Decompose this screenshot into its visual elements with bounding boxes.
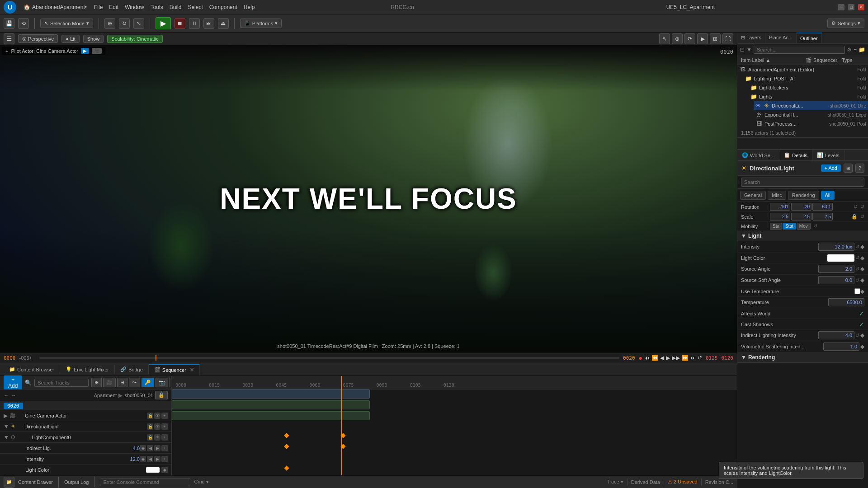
tab-outliner[interactable]: Outliner	[797, 33, 822, 43]
mobility-stationary[interactable]: Stat	[783, 223, 796, 230]
details-add-button[interactable]: + Add	[821, 164, 841, 172]
track-intensity[interactable]: Intensity 12.0 ◆ ◀ ▶ +	[0, 454, 171, 465]
tab-levels[interactable]: 📊 Levels	[812, 150, 844, 160]
use-temp-checkbox[interactable]	[854, 288, 860, 294]
lcolor-reset[interactable]: ↺	[855, 255, 859, 261]
transport-begin[interactable]: ⏮	[644, 355, 650, 361]
lit-button[interactable]: ● Lit	[61, 35, 79, 43]
timeline-thumb[interactable]	[156, 355, 156, 361]
loop-button[interactable]: ↺	[698, 355, 702, 361]
track-indirect-lig[interactable]: Indirect Lig. 4.0 ◆ ◀ ▶ +	[0, 443, 171, 454]
seq-nav-prev[interactable]: ←	[4, 392, 9, 399]
tab-bridge[interactable]: 🔗 Bridge	[115, 365, 149, 374]
mobility-movable[interactable]: Mov	[797, 223, 811, 230]
volumetric-keyframe[interactable]: ◆	[860, 343, 864, 350]
viewport-add-icon[interactable]: ⊕	[672, 33, 683, 44]
keyframe-intensity-1[interactable]	[284, 444, 289, 449]
outliner-item-project[interactable]: 🏗 AbandonedApartment (Editor) Fold	[737, 65, 868, 74]
details-help-btn[interactable]: ?	[855, 164, 864, 173]
menu-build[interactable]: Build	[170, 4, 182, 10]
seq-sort-btn[interactable]: ⊟	[117, 378, 127, 387]
src-soft-reset[interactable]: ↺	[855, 277, 859, 283]
menu-component[interactable]: Component	[209, 4, 237, 10]
tab-env-light[interactable]: 💡 Env. Light Mixer	[60, 365, 115, 374]
track-add-indirect[interactable]: +	[161, 445, 168, 451]
console-input[interactable]	[100, 478, 190, 486]
outliner-item-lightblockers[interactable]: 📁 Lightblockers Fold	[748, 83, 868, 92]
trace-btn[interactable]: Trace ▾	[607, 479, 623, 485]
scale-btn[interactable]: ⤡	[133, 18, 144, 29]
track-expand-dlight[interactable]: ▼	[4, 423, 9, 430]
mobility-reset[interactable]: ↺	[813, 223, 817, 229]
content-drawer-label[interactable]: Content Drawer	[18, 479, 53, 485]
track-key-indirect[interactable]: ◆	[140, 445, 146, 451]
minimize-button[interactable]: ─	[838, 4, 844, 10]
track-lock-camera[interactable]: 🔒	[147, 413, 153, 419]
mobility-static[interactable]: Sta	[770, 223, 782, 230]
camera-pill[interactable]: 🎥	[92, 48, 102, 54]
viewport-menu-btn[interactable]: ☰	[4, 33, 14, 44]
outliner-item-lighting[interactable]: 📁 Lighting_POST_AI Fold	[743, 74, 868, 83]
menu-window[interactable]: Window	[125, 4, 144, 10]
rotation-z[interactable]	[812, 203, 833, 211]
source-angle-input[interactable]	[818, 265, 854, 273]
scale-reset[interactable]: ↺	[860, 214, 864, 220]
track-add-camera[interactable]: +	[161, 413, 168, 419]
affects-world-checkbox[interactable]: ✓	[859, 310, 864, 317]
transport-end[interactable]: ⏭	[690, 355, 696, 361]
tab-sequencer[interactable]: 🎬 Sequencer ✕	[149, 364, 200, 375]
outliner-item-exponential[interactable]: 🌫 ExponentialH... shot0050_01 Expo	[754, 110, 868, 119]
outliner-item-lights[interactable]: 📁 Lights Fold	[748, 92, 868, 101]
det-tab-all[interactable]: All	[821, 191, 835, 200]
light-color-picker[interactable]	[827, 254, 854, 262]
src-angle-reset[interactable]: ↺	[855, 266, 859, 272]
revision-btn[interactable]: Revision C...	[705, 479, 733, 485]
seq-add-button[interactable]: + Add	[4, 375, 22, 390]
det-tab-rendering[interactable]: Rendering	[788, 191, 819, 200]
src-soft-keyframe[interactable]: ◆	[860, 277, 864, 283]
seq-time-cursor[interactable]	[341, 376, 342, 475]
transform-btn[interactable]: ⊕	[104, 18, 115, 29]
details-grid-btn[interactable]: ⊞	[844, 164, 853, 173]
track-directional-light[interactable]: ▼ ☀ DirectionalLight 🔒 👁 +	[0, 421, 171, 432]
menu-select[interactable]: Select	[188, 4, 203, 10]
rotation-x[interactable]	[770, 203, 790, 211]
skip-btn[interactable]: ⏭	[203, 18, 214, 29]
content-drawer-btn[interactable]: 📁	[4, 477, 14, 488]
rendering-section-header[interactable]: ▼ Rendering	[737, 352, 868, 363]
det-tab-general[interactable]: General	[740, 191, 766, 200]
toolbar-save-btn[interactable]: 💾	[4, 18, 14, 29]
derived-data-btn[interactable]: Derived Data	[631, 479, 660, 485]
menu-edit[interactable]: Edit	[109, 4, 118, 10]
close-button[interactable]: ✕	[858, 4, 864, 10]
sequencer-tab-close[interactable]: ✕	[190, 367, 194, 373]
source-soft-angle-input[interactable]	[818, 276, 854, 284]
timeline-slider[interactable]	[39, 357, 619, 359]
transport-prev[interactable]: ⏪	[651, 355, 658, 361]
track-prev-indirect[interactable]: ◀	[147, 445, 153, 451]
cast-shadows-checkbox[interactable]: ✓	[859, 321, 864, 328]
track-light-component[interactable]: ▼ ⚙ LightComponent0 🔒 👁 +	[0, 432, 171, 443]
intensity-reset[interactable]: ↺	[855, 244, 859, 250]
viewport-grid-icon[interactable]: ⊞	[710, 33, 721, 44]
timeline-bar[interactable]: 0000 -006+ 0020 ● ⏮ ⏪ ◀ ▶ ▶▶ ⏩ ⏭ ↺ 0125 …	[0, 352, 737, 363]
output-log-label[interactable]: Output Log	[64, 479, 89, 485]
track-lock-dlight[interactable]: 🔒	[147, 423, 153, 430]
track-add-dlight[interactable]: +	[161, 423, 168, 430]
seq-nav-next[interactable]: →	[11, 392, 16, 399]
rotation-reset2[interactable]: ↺	[860, 204, 864, 210]
keyframe-indirect-1[interactable]	[284, 433, 289, 438]
outliner-item-postprocess[interactable]: 🎞 PostProcess... shot0050_01 Post	[754, 119, 868, 128]
seq-search-input[interactable]	[34, 379, 89, 387]
track-vis-lcomp[interactable]: 👁	[154, 434, 160, 441]
platforms-button[interactable]: 📱 Platforms ▾	[240, 19, 282, 28]
seq-curve-btn[interactable]: 〜	[129, 378, 140, 387]
project-name[interactable]: 🏠 AbandonedApartment•	[24, 4, 87, 10]
selection-mode-button[interactable]: ↖ Selection Mode ▾	[40, 19, 93, 28]
viewport[interactable]: + Pilot Actor: Cine Camera Actor ▶ 🎥 NEX…	[0, 45, 737, 352]
seq-camera-btn[interactable]: 🎥	[103, 378, 116, 387]
seq-render-btn[interactable]: 📷	[156, 378, 168, 387]
track-vis-camera[interactable]: 👁	[154, 413, 160, 419]
perspective-button[interactable]: ◎ Perspective	[18, 34, 58, 43]
toolbar-history-btn[interactable]: ⟲	[18, 18, 29, 29]
